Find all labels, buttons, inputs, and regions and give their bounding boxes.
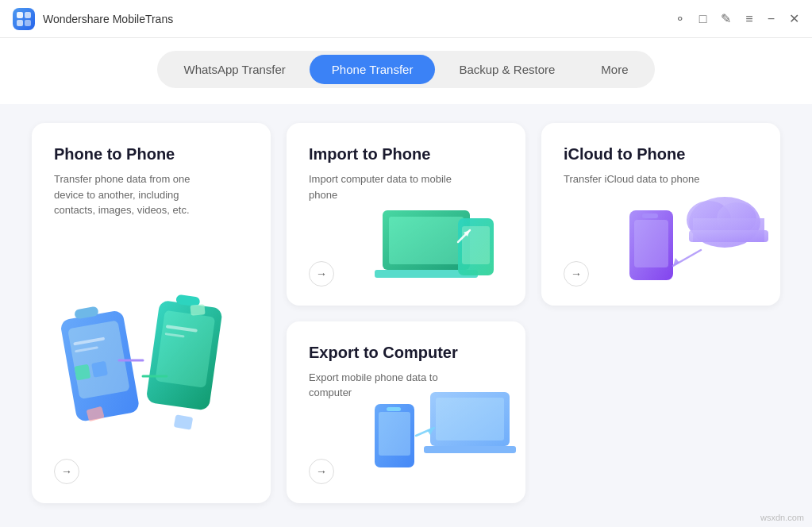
tab-more[interactable]: More (579, 55, 650, 84)
export-to-computer-illustration (367, 364, 525, 503)
profile-icon[interactable]: ⚬ (675, 13, 685, 25)
titlebar: Wondershare MobileTrans ⚬ □ ✎ ≡ − ✕ (0, 0, 812, 38)
svg-rect-0 (17, 12, 23, 18)
svg-rect-18 (190, 304, 206, 316)
svg-rect-26 (634, 220, 668, 267)
import-to-phone-illustration (367, 179, 525, 306)
card-phone-to-phone-desc: Transfer phone data from one device to a… (54, 171, 197, 218)
tab-whatsapp[interactable]: WhatsApp Transfer (161, 55, 307, 84)
main-content: Phone to Phone Transfer phone data from … (0, 104, 812, 527)
tab-backup[interactable]: Backup & Restore (437, 55, 577, 84)
svg-rect-20 (389, 217, 464, 264)
minimize-icon[interactable]: − (768, 13, 775, 25)
window-icon[interactable]: □ (699, 13, 707, 25)
card-export-to-computer-title: Export to Computer (309, 344, 503, 362)
card-export-to-computer-arrow[interactable]: → (309, 459, 334, 484)
titlebar-controls: ⚬ □ ✎ ≡ − ✕ (675, 13, 799, 25)
svg-rect-39 (424, 446, 516, 453)
edit-icon[interactable]: ✎ (721, 13, 731, 25)
navbar: WhatsApp Transfer Phone Transfer Backup … (0, 38, 812, 104)
tab-phone[interactable]: Phone Transfer (310, 55, 436, 84)
svg-rect-2 (17, 20, 23, 26)
card-icloud-to-phone-arrow[interactable]: → (564, 261, 589, 287)
nav-tabs: WhatsApp Transfer Phone Transfer Backup … (157, 51, 654, 88)
svg-rect-3 (25, 20, 31, 26)
card-import-to-phone-title: Import to Phone (309, 145, 503, 163)
card-import-to-phone[interactable]: Import to Phone Import computer data to … (287, 123, 525, 306)
svg-rect-9 (74, 364, 90, 381)
phone-to-phone-illustration (40, 281, 246, 456)
close-icon[interactable]: ✕ (789, 13, 799, 25)
card-phone-to-phone[interactable]: Phone to Phone Transfer phone data from … (32, 123, 271, 503)
menu-icon[interactable]: ≡ (745, 13, 752, 25)
card-phone-to-phone-title: Phone to Phone (54, 145, 248, 163)
svg-rect-17 (174, 414, 193, 430)
app-title: Wondershare MobileTrans (43, 13, 675, 25)
card-phone-to-phone-arrow[interactable]: → (54, 459, 79, 484)
card-export-to-computer[interactable]: Export to Computer Export mobile phone d… (287, 321, 525, 504)
svg-rect-35 (379, 412, 410, 456)
svg-rect-10 (91, 361, 108, 378)
card-icloud-to-phone-title: iCloud to Phone (564, 145, 758, 163)
svg-rect-32 (689, 230, 768, 242)
svg-rect-38 (436, 398, 504, 440)
card-icloud-to-phone[interactable]: iCloud to Phone Transfer iCloud data to … (541, 123, 780, 306)
card-import-to-phone-arrow[interactable]: → (309, 261, 334, 287)
icloud-to-phone-illustration (622, 163, 780, 306)
svg-rect-27 (642, 213, 658, 218)
watermark: wsxdn.com (760, 513, 804, 522)
svg-rect-36 (387, 407, 401, 411)
app-icon (13, 8, 35, 30)
svg-rect-1 (25, 12, 31, 18)
